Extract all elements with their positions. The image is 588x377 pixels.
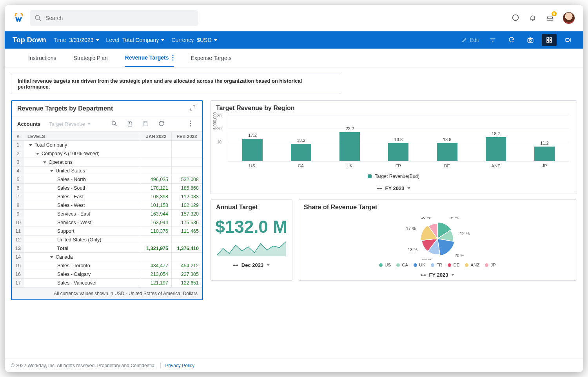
table-row[interactable]: 8Sales - West101,158102,129: [12, 201, 202, 210]
table-footer: All currency values shown in USD - Unite…: [12, 287, 202, 299]
chart-legend: Target Revenue(Bud): [211, 171, 577, 183]
inbox-icon[interactable]: 5: [546, 14, 554, 22]
reload-button[interactable]: [158, 120, 165, 127]
filter-button[interactable]: [485, 34, 500, 46]
timeline-icon: [233, 263, 238, 267]
svg-text:10 %: 10 %: [421, 217, 430, 219]
table-row[interactable]: 15Sales - Toronto434,477454,212: [12, 261, 202, 270]
target-revenue-by-region-card: Target Revenue by Region $,000,000 10203…: [210, 100, 577, 194]
chevron-down-icon: [87, 123, 91, 125]
bell-icon[interactable]: [528, 14, 537, 22]
privacy-link[interactable]: Privacy Policy: [165, 363, 195, 368]
svg-point-12: [172, 59, 173, 60]
chevron-down-icon: [214, 39, 217, 41]
table-row[interactable]: 10Services - West163,944175,536: [12, 218, 202, 227]
save-button[interactable]: [142, 120, 149, 127]
col-jan[interactable]: JAN 2022: [141, 132, 172, 141]
card-title: Revenue Targets by Department: [17, 105, 113, 112]
table-row[interactable]: 6Sales - South178,121185,868: [12, 184, 202, 192]
table-row[interactable]: 16Sales - Calgary213,054227,305: [12, 270, 202, 279]
time-value: 3/31/2023: [69, 37, 93, 43]
accounts-selector[interactable]: Target Revenue: [49, 121, 91, 127]
info-banner: Initial revenue targets are driven from …: [11, 74, 340, 94]
table-row[interactable]: 11Support110,376111,465: [12, 227, 202, 236]
period-selector[interactable]: Dec 2023: [211, 260, 292, 270]
svg-point-2: [513, 15, 519, 21]
svg-text:13 %: 13 %: [422, 258, 432, 260]
snapshot-button[interactable]: [523, 34, 538, 46]
copyright: © 2022 Workday, Inc. All rights reserved…: [11, 363, 156, 368]
chevron-down-icon: [451, 274, 454, 276]
pie-legend: USCAUKFRDEANZJP: [298, 261, 577, 270]
svg-rect-7: [547, 41, 549, 43]
currency-value: $USD: [197, 37, 211, 43]
svg-point-17: [190, 125, 191, 126]
col-feb[interactable]: FEB 2022: [172, 132, 202, 141]
table-row[interactable]: 3Operations: [12, 158, 202, 167]
bar-chart: 10203017.213.222.213.813.818.211.2: [228, 116, 569, 161]
tab-revenue-targets[interactable]: Revenue Targets: [125, 49, 174, 67]
tab-expense-targets[interactable]: Expense Targets: [191, 49, 232, 66]
table-row[interactable]: 12United States (Only): [12, 236, 202, 244]
table-row[interactable]: 9Services - East163,944157,320: [12, 210, 202, 218]
timeline-icon: [377, 187, 382, 190]
svg-point-15: [190, 120, 191, 121]
department-table[interactable]: # LEVELS JAN 2022 FEB 2022 1Total Compan…: [12, 132, 202, 287]
more-icon[interactable]: [190, 120, 197, 127]
global-header: 5: [5, 5, 583, 31]
level-label: Level: [106, 37, 119, 43]
chevron-down-icon: [267, 264, 270, 266]
svg-point-16: [190, 123, 191, 124]
avatar[interactable]: [563, 12, 575, 24]
table-row[interactable]: 5Sales - North496,035532,008: [12, 175, 202, 184]
table-row[interactable]: 7Sales - East108,398112,083: [12, 192, 202, 201]
annual-target-card: Annual Target $132.0 M Dec 2023: [210, 199, 292, 281]
sparkline-chart: [217, 241, 286, 256]
svg-text:12 %: 12 %: [460, 231, 470, 236]
accounts-label: Accounts: [17, 121, 40, 127]
y-axis-label: $,000,000: [213, 112, 217, 130]
svg-rect-14: [145, 121, 147, 123]
table-row[interactable]: 2Company A (100% owned): [12, 149, 202, 158]
currency-label: Currency: [171, 37, 194, 43]
chevron-down-icon: [96, 39, 99, 41]
search-button[interactable]: [111, 120, 118, 127]
time-label: Time: [54, 37, 66, 43]
level-selector[interactable]: Level Total Company: [106, 37, 165, 43]
card-title: Target Revenue by Region: [216, 105, 295, 112]
svg-point-13: [112, 121, 116, 125]
search-input[interactable]: [45, 15, 194, 21]
time-selector[interactable]: Time 3/31/2023: [54, 37, 99, 43]
svg-rect-9: [566, 38, 569, 42]
page-footer: © 2022 Workday, Inc. All rights reserved…: [5, 359, 583, 372]
svg-point-4: [529, 40, 531, 42]
refresh-button[interactable]: [504, 34, 519, 46]
level-value: Total Company: [122, 37, 159, 43]
revenue-targets-by-department-card: Revenue Targets by Department Accounts T…: [11, 100, 203, 300]
workday-logo[interactable]: [13, 13, 24, 24]
tab-instructions[interactable]: Instructions: [28, 49, 56, 66]
table-row[interactable]: 14Canada: [12, 253, 202, 261]
grid-view-button[interactable]: [542, 34, 557, 46]
period-selector[interactable]: FY 2023: [298, 270, 577, 280]
export-button[interactable]: [127, 120, 134, 127]
video-button[interactable]: [561, 34, 575, 46]
annual-target-value: $132.0 M: [211, 215, 292, 239]
chat-icon[interactable]: [511, 14, 520, 22]
period-selector[interactable]: FY 2023: [211, 183, 577, 194]
table-row[interactable]: 4United States: [12, 167, 202, 175]
svg-text:13 %: 13 %: [408, 247, 417, 252]
global-search[interactable]: [30, 10, 198, 26]
card-title: Share of Revenue Target: [304, 204, 377, 211]
chevron-down-icon: [407, 187, 410, 189]
tab-strategic-plan[interactable]: Strategic Plan: [74, 49, 108, 66]
expand-icon[interactable]: [190, 105, 197, 112]
kebab-icon[interactable]: [172, 54, 174, 61]
table-row[interactable]: 1Total Company: [12, 141, 202, 149]
svg-rect-5: [547, 38, 549, 40]
svg-text:17 %: 17 %: [406, 226, 416, 231]
currency-selector[interactable]: Currency $USD: [171, 37, 217, 43]
edit-button[interactable]: Edit: [461, 37, 479, 43]
table-row[interactable]: 17Sales - Vancouver121,197122,651: [12, 279, 202, 287]
table-row[interactable]: 13Total1,321,9751,376,410: [12, 244, 202, 253]
